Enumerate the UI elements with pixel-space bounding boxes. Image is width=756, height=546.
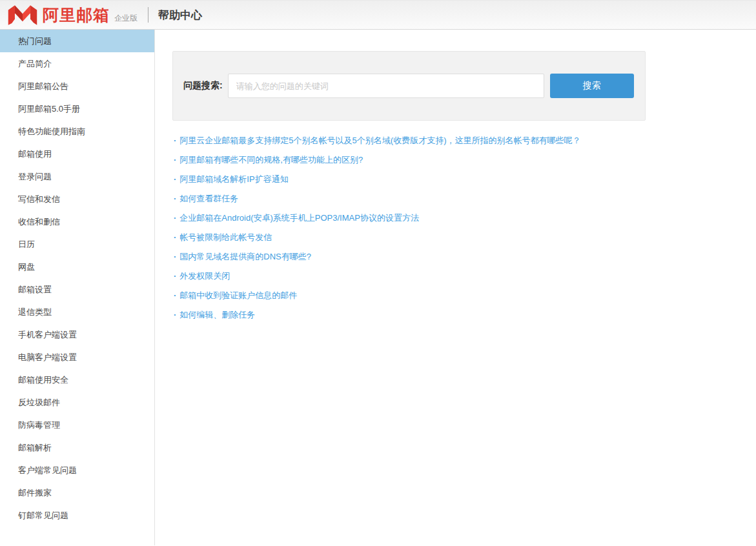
faq-link[interactable]: 阿里云企业邮箱最多支持绑定5个别名帐号以及5个别名域(收费版才支持)，这里所指的… xyxy=(179,136,580,145)
header-divider xyxy=(148,7,148,23)
sidebar-item[interactable]: 网盘 xyxy=(0,256,154,278)
bullet-icon: · xyxy=(174,174,176,184)
faq-link[interactable]: 如何编辑、删除任务 xyxy=(179,310,255,319)
sidebar-item[interactable]: 日历 xyxy=(0,233,154,256)
faq-link[interactable]: 企业邮箱在Android(安卓)系统手机上POP3/IMAP协议的设置方法 xyxy=(179,213,419,223)
sidebar-item[interactable]: 手机客户端设置 xyxy=(0,323,154,346)
sidebar-item[interactable]: 邮件搬家 xyxy=(0,481,154,504)
sidebar-item[interactable]: 退信类型 xyxy=(0,301,154,323)
faq-link[interactable]: 如何查看群任务 xyxy=(179,194,238,203)
main-content: 问题搜索: 搜索 ·阿里云企业邮箱最多支持绑定5个别名帐号以及5个别名域(收费版… xyxy=(155,30,756,545)
faq-item: ·如何编辑、删除任务 xyxy=(174,305,756,324)
faq-item: ·帐号被限制给此帐号发信 xyxy=(174,227,756,247)
brand-wordmark: 阿里邮箱 xyxy=(43,7,110,23)
faq-link[interactable]: 阿里邮箱有哪些不同的规格,有哪些功能上的区别? xyxy=(179,155,363,165)
page-title: 帮助中心 xyxy=(158,8,202,23)
sidebar-item[interactable]: 阿里邮箱5.0手册 xyxy=(0,97,154,120)
sidebar-item[interactable]: 邮箱解析 xyxy=(0,436,154,459)
sidebar-nav: 热门问题产品简介阿里邮箱公告阿里邮箱5.0手册特色功能使用指南邮箱使用登录问题写… xyxy=(0,30,155,545)
faq-item: ·阿里云企业邮箱最多支持绑定5个别名帐号以及5个别名域(收费版才支持)，这里所指… xyxy=(174,130,756,150)
faq-item: ·国内常见域名提供商的DNS有哪些? xyxy=(174,247,756,266)
faq-link[interactable]: 邮箱中收到验证账户信息的邮件 xyxy=(179,290,297,300)
faq-list: ·阿里云企业邮箱最多支持绑定5个别名帐号以及5个别名域(收费版才支持)，这里所指… xyxy=(172,130,756,324)
search-label: 问题搜索: xyxy=(183,80,223,92)
faq-item: ·邮箱中收到验证账户信息的邮件 xyxy=(174,285,756,305)
sidebar-item[interactable]: 电脑客户端设置 xyxy=(0,346,154,369)
faq-link[interactable]: 外发权限关闭 xyxy=(179,271,230,281)
alimail-m-logo xyxy=(6,3,39,27)
bullet-icon: · xyxy=(174,232,176,242)
faq-item: ·阿里邮箱域名解析IP扩容通知 xyxy=(174,169,756,188)
bullet-icon: · xyxy=(174,252,176,261)
sidebar-item[interactable]: 特色功能使用指南 xyxy=(0,120,154,143)
header: 阿里邮箱 企业版 帮助中心 xyxy=(0,0,756,30)
search-panel: 问题搜索: 搜索 xyxy=(172,51,646,121)
bullet-icon: · xyxy=(174,136,176,145)
bullet-icon: · xyxy=(174,194,176,203)
faq-link[interactable]: 阿里邮箱域名解析IP扩容通知 xyxy=(179,174,288,184)
sidebar-item[interactable]: 热门问题 xyxy=(0,30,154,52)
sidebar-item[interactable]: 防病毒管理 xyxy=(0,414,154,436)
faq-item: ·企业邮箱在Android(安卓)系统手机上POP3/IMAP协议的设置方法 xyxy=(174,208,756,227)
sidebar-item[interactable]: 邮箱使用安全 xyxy=(0,369,154,391)
bullet-icon: · xyxy=(174,310,176,319)
faq-item: ·如何查看群任务 xyxy=(174,188,756,208)
sidebar-item[interactable]: 钉邮常见问题 xyxy=(0,504,154,527)
search-input[interactable] xyxy=(228,74,544,98)
search-button[interactable]: 搜索 xyxy=(550,74,634,98)
sidebar-item[interactable]: 邮箱使用 xyxy=(0,143,154,165)
layout: 热门问题产品简介阿里邮箱公告阿里邮箱5.0手册特色功能使用指南邮箱使用登录问题写… xyxy=(0,30,756,545)
sidebar-item[interactable]: 产品简介 xyxy=(0,52,154,75)
sidebar-item[interactable]: 邮箱设置 xyxy=(0,278,154,301)
sidebar-item[interactable]: 写信和发信 xyxy=(0,188,154,210)
bullet-icon: · xyxy=(174,213,176,223)
bullet-icon: · xyxy=(174,290,176,300)
sidebar-item[interactable]: 阿里邮箱公告 xyxy=(0,75,154,97)
faq-item: ·外发权限关闭 xyxy=(174,266,756,285)
bullet-icon: · xyxy=(174,155,176,165)
faq-link[interactable]: 国内常见域名提供商的DNS有哪些? xyxy=(179,252,311,261)
sidebar-item[interactable]: 收信和删信 xyxy=(0,210,154,233)
sidebar-item[interactable]: 客户端常见问题 xyxy=(0,459,154,481)
edition-label: 企业版 xyxy=(114,14,138,22)
sidebar-item[interactable]: 反垃圾邮件 xyxy=(0,391,154,414)
sidebar-item[interactable]: 登录问题 xyxy=(0,165,154,188)
bullet-icon: · xyxy=(174,271,176,281)
faq-item: ·阿里邮箱有哪些不同的规格,有哪些功能上的区别? xyxy=(174,150,756,169)
faq-link[interactable]: 帐号被限制给此帐号发信 xyxy=(179,232,272,242)
